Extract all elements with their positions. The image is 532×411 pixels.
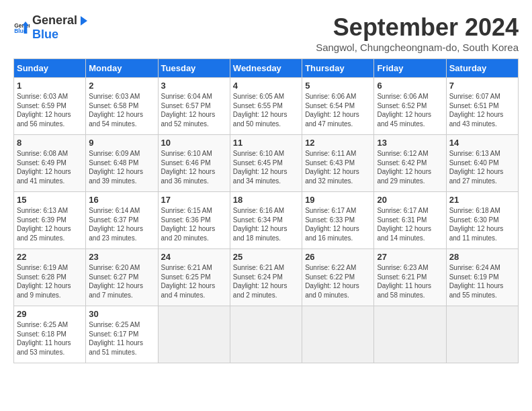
calendar-week-5: 29Sunrise: 6:25 AMSunset: 6:18 PMDayligh… — [14, 306, 519, 363]
day-header-monday: Monday — [86, 59, 158, 78]
calendar-week-2: 8Sunrise: 6:08 AMSunset: 6:49 PMDaylight… — [14, 135, 519, 192]
calendar-cell — [374, 306, 446, 363]
calendar-cell — [230, 306, 302, 363]
calendar-header-row: SundayMondayTuesdayWednesdayThursdayFrid… — [14, 59, 519, 78]
day-info: Sunrise: 6:24 AMSunset: 6:19 PMDaylight:… — [449, 264, 504, 299]
calendar-cell: 15Sunrise: 6:13 AMSunset: 6:39 PMDayligh… — [14, 192, 86, 249]
calendar-cell: 2Sunrise: 6:03 AMSunset: 6:58 PMDaylight… — [86, 78, 158, 135]
day-number: 27 — [377, 252, 443, 262]
calendar-cell: 6Sunrise: 6:06 AMSunset: 6:52 PMDaylight… — [374, 78, 446, 135]
day-info: Sunrise: 6:19 AMSunset: 6:28 PMDaylight:… — [17, 264, 71, 299]
day-header-saturday: Saturday — [446, 59, 518, 78]
day-info: Sunrise: 6:11 AMSunset: 6:43 PMDaylight:… — [305, 150, 359, 185]
day-number: 1 — [17, 81, 83, 91]
day-info: Sunrise: 6:10 AMSunset: 6:45 PMDaylight:… — [233, 150, 287, 185]
title-block: September 2024 Sangwol, Chungcheongnam-d… — [316, 13, 519, 53]
day-info: Sunrise: 6:03 AMSunset: 6:59 PMDaylight:… — [17, 93, 71, 128]
calendar-cell: 3Sunrise: 6:04 AMSunset: 6:57 PMDaylight… — [158, 78, 230, 135]
day-info: Sunrise: 6:21 AMSunset: 6:25 PMDaylight:… — [161, 264, 216, 299]
day-number: 23 — [89, 252, 154, 262]
day-number: 20 — [377, 195, 443, 205]
logo-arrow-icon — [78, 15, 90, 27]
calendar-cell: 12Sunrise: 6:11 AMSunset: 6:43 PMDayligh… — [302, 135, 374, 192]
calendar-week-3: 15Sunrise: 6:13 AMSunset: 6:39 PMDayligh… — [14, 192, 519, 249]
day-info: Sunrise: 6:12 AMSunset: 6:42 PMDaylight:… — [377, 150, 431, 185]
day-number: 18 — [233, 195, 299, 205]
day-number: 5 — [305, 81, 371, 91]
calendar-cell: 11Sunrise: 6:10 AMSunset: 6:45 PMDayligh… — [230, 135, 302, 192]
day-header-sunday: Sunday — [14, 59, 86, 78]
day-info: Sunrise: 6:17 AMSunset: 6:31 PMDaylight:… — [377, 207, 431, 242]
day-number: 13 — [377, 138, 443, 148]
day-info: Sunrise: 6:16 AMSunset: 6:34 PMDaylight:… — [233, 207, 287, 242]
day-number: 4 — [233, 81, 299, 91]
day-info: Sunrise: 6:05 AMSunset: 6:55 PMDaylight:… — [233, 93, 287, 128]
day-number: 10 — [161, 138, 227, 148]
day-number: 16 — [89, 195, 154, 205]
calendar-cell — [446, 306, 518, 363]
day-header-wednesday: Wednesday — [230, 59, 302, 78]
calendar-cell: 9Sunrise: 6:09 AMSunset: 6:48 PMDaylight… — [86, 135, 158, 192]
calendar-cell: 17Sunrise: 6:15 AMSunset: 6:36 PMDayligh… — [158, 192, 230, 249]
calendar-cell: 4Sunrise: 6:05 AMSunset: 6:55 PMDaylight… — [230, 78, 302, 135]
day-number: 7 — [449, 81, 515, 91]
day-number: 25 — [233, 252, 299, 262]
calendar-cell: 22Sunrise: 6:19 AMSunset: 6:28 PMDayligh… — [14, 249, 86, 306]
day-info: Sunrise: 6:23 AMSunset: 6:21 PMDaylight:… — [377, 264, 431, 299]
day-number: 14 — [449, 138, 515, 148]
subtitle: Sangwol, Chungcheongnam-do, South Korea — [316, 42, 519, 53]
day-header-tuesday: Tuesday — [158, 59, 230, 78]
day-info: Sunrise: 6:25 AMSunset: 6:17 PMDaylight:… — [89, 321, 143, 356]
day-number: 29 — [17, 309, 83, 319]
calendar-cell: 1Sunrise: 6:03 AMSunset: 6:59 PMDaylight… — [14, 78, 86, 135]
logo-text-general: General — [32, 13, 77, 28]
day-info: Sunrise: 6:13 AMSunset: 6:39 PMDaylight:… — [17, 207, 71, 242]
day-number: 12 — [305, 138, 371, 148]
calendar-cell: 25Sunrise: 6:21 AMSunset: 6:24 PMDayligh… — [230, 249, 302, 306]
day-info: Sunrise: 6:17 AMSunset: 6:33 PMDaylight:… — [305, 207, 359, 242]
day-info: Sunrise: 6:03 AMSunset: 6:58 PMDaylight:… — [89, 93, 143, 128]
day-number: 6 — [377, 81, 443, 91]
day-number: 21 — [449, 195, 515, 205]
calendar-cell: 30Sunrise: 6:25 AMSunset: 6:17 PMDayligh… — [86, 306, 158, 363]
logo-text-blue: Blue — [32, 28, 58, 41]
calendar-cell: 7Sunrise: 6:07 AMSunset: 6:51 PMDaylight… — [446, 78, 518, 135]
day-number: 8 — [17, 138, 83, 148]
day-info: Sunrise: 6:10 AMSunset: 6:46 PMDaylight:… — [161, 150, 216, 185]
calendar-cell: 14Sunrise: 6:13 AMSunset: 6:40 PMDayligh… — [446, 135, 518, 192]
day-number: 30 — [89, 309, 154, 319]
calendar-cell: 16Sunrise: 6:14 AMSunset: 6:37 PMDayligh… — [86, 192, 158, 249]
day-number: 17 — [161, 195, 227, 205]
header: General Blue General Blue September 2024… — [13, 13, 519, 53]
day-number: 15 — [17, 195, 83, 205]
day-number: 3 — [161, 81, 227, 91]
day-info: Sunrise: 6:07 AMSunset: 6:51 PMDaylight:… — [449, 93, 504, 128]
calendar-cell: 23Sunrise: 6:20 AMSunset: 6:27 PMDayligh… — [86, 249, 158, 306]
day-info: Sunrise: 6:22 AMSunset: 6:22 PMDaylight:… — [305, 264, 359, 299]
calendar-cell: 20Sunrise: 6:17 AMSunset: 6:31 PMDayligh… — [374, 192, 446, 249]
day-number: 19 — [305, 195, 371, 205]
logo-icon: General Blue — [13, 19, 30, 36]
day-info: Sunrise: 6:14 AMSunset: 6:37 PMDaylight:… — [89, 207, 143, 242]
calendar-cell: 10Sunrise: 6:10 AMSunset: 6:46 PMDayligh… — [158, 135, 230, 192]
day-info: Sunrise: 6:13 AMSunset: 6:40 PMDaylight:… — [449, 150, 504, 185]
day-number: 2 — [89, 81, 154, 91]
day-number: 22 — [17, 252, 83, 262]
day-header-thursday: Thursday — [302, 59, 374, 78]
calendar-table: SundayMondayTuesdayWednesdayThursdayFrid… — [13, 58, 519, 363]
calendar-cell: 5Sunrise: 6:06 AMSunset: 6:54 PMDaylight… — [302, 78, 374, 135]
day-info: Sunrise: 6:25 AMSunset: 6:18 PMDaylight:… — [17, 321, 71, 356]
calendar-cell: 13Sunrise: 6:12 AMSunset: 6:42 PMDayligh… — [374, 135, 446, 192]
day-info: Sunrise: 6:04 AMSunset: 6:57 PMDaylight:… — [161, 93, 216, 128]
day-number: 9 — [89, 138, 154, 148]
day-header-friday: Friday — [374, 59, 446, 78]
day-info: Sunrise: 6:09 AMSunset: 6:48 PMDaylight:… — [89, 150, 143, 185]
day-info: Sunrise: 6:08 AMSunset: 6:49 PMDaylight:… — [17, 150, 71, 185]
svg-marker-3 — [81, 16, 87, 26]
calendar-cell: 8Sunrise: 6:08 AMSunset: 6:49 PMDaylight… — [14, 135, 86, 192]
day-info: Sunrise: 6:06 AMSunset: 6:54 PMDaylight:… — [305, 93, 359, 128]
month-title: September 2024 — [316, 13, 519, 42]
calendar-cell — [302, 306, 374, 363]
calendar-cell: 28Sunrise: 6:24 AMSunset: 6:19 PMDayligh… — [446, 249, 518, 306]
day-number: 11 — [233, 138, 299, 148]
